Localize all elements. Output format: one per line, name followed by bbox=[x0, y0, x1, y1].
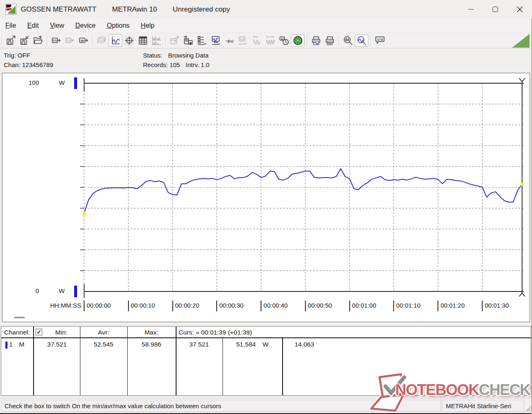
read-memory-icon: M bbox=[79, 36, 89, 46]
time-settings-button[interactable]: 12 bbox=[277, 34, 291, 47]
table-divider bbox=[33, 327, 34, 395]
channel-number: 1 bbox=[9, 341, 13, 348]
view-curve-button[interactable] bbox=[109, 34, 122, 47]
open-folder-icon bbox=[33, 36, 43, 46]
y-axis-max-label: 100 bbox=[20, 79, 39, 86]
maximize-button[interactable] bbox=[483, 0, 508, 19]
menu-item-help[interactable]: Help bbox=[137, 20, 158, 31]
menu-bar: FileEditViewDeviceOptionsHelp bbox=[0, 19, 532, 33]
channel-list: Chan: 123456789 bbox=[4, 61, 53, 68]
values-table: Channel: Min: Avr: Max: Curs: » 00:01:39… bbox=[1, 326, 531, 396]
channel-settings-icon bbox=[197, 36, 207, 46]
menu-item-file[interactable]: File bbox=[2, 20, 20, 31]
toolbar-separator bbox=[339, 35, 339, 46]
interval-value: Intrv. 1.0 bbox=[186, 61, 209, 68]
toolbar-grip bbox=[2, 35, 2, 46]
resize-grip[interactable] bbox=[525, 405, 531, 412]
print-preview-button[interactable] bbox=[309, 34, 323, 47]
zoom-full-icon bbox=[343, 36, 353, 46]
annotation-icon: 1?3 bbox=[375, 36, 385, 46]
minimize-button[interactable] bbox=[459, 0, 483, 19]
display-1257-icon: 1257 bbox=[97, 36, 107, 46]
table-divider bbox=[176, 327, 177, 395]
header-avr: Avr: bbox=[80, 329, 127, 336]
close-icon bbox=[517, 6, 523, 12]
save-file-button[interactable] bbox=[17, 34, 31, 47]
menu-item-options[interactable]: Options bbox=[103, 20, 133, 31]
cursor2-marker bbox=[521, 183, 523, 186]
read-321-button[interactable]: 321 bbox=[49, 34, 63, 47]
header-cursor: Curs: » 00:01:39 (+01:39) bbox=[179, 329, 252, 336]
table-divider bbox=[127, 327, 128, 395]
formula-fx-icon: =f(x) bbox=[225, 36, 235, 46]
x-tick-label: 00:01:00 bbox=[349, 301, 376, 311]
app-logo-icon bbox=[5, 4, 17, 15]
device-name: METRAHit Starline-Seri bbox=[443, 400, 524, 412]
write-321-icon: 321 bbox=[65, 36, 75, 46]
annotation-button[interactable]: 1?3 bbox=[373, 34, 387, 47]
print-preview-icon bbox=[311, 36, 321, 46]
measurement-info: Trig: OFF Chan: 123456789 Status:Browsin… bbox=[0, 48, 532, 73]
cursor-handle-top[interactable] bbox=[519, 78, 525, 83]
status-value: Browsing Data bbox=[168, 52, 209, 59]
view-histogram-icon bbox=[152, 36, 162, 46]
channel-settings-button[interactable] bbox=[195, 34, 209, 47]
view-table-button[interactable] bbox=[136, 34, 150, 47]
load-file-icon bbox=[6, 36, 16, 46]
svg-text:=f(x): =f(x) bbox=[225, 39, 233, 43]
device-settings-button: 321 bbox=[236, 34, 250, 47]
chart-plot bbox=[2, 73, 530, 322]
header-channel: Channel: bbox=[4, 329, 30, 336]
record-to-disk-button[interactable] bbox=[181, 34, 195, 47]
view-xy-button[interactable] bbox=[122, 34, 136, 47]
channel-flag: M bbox=[19, 341, 24, 348]
power-trace bbox=[84, 168, 522, 213]
window-app-name: METRAwin 10 bbox=[112, 5, 157, 14]
minimize-icon bbox=[468, 9, 474, 10]
formula-fx-button[interactable]: =f(x) bbox=[222, 34, 236, 47]
cursor2-value: 51.584 bbox=[236, 341, 256, 348]
time-settings-icon: 12 bbox=[279, 36, 289, 46]
print-button[interactable] bbox=[323, 34, 336, 47]
license-status: Unregistered copy bbox=[173, 5, 230, 14]
wave-compress-icon bbox=[252, 36, 262, 46]
open-folder-button[interactable] bbox=[31, 34, 45, 47]
cursor-handle-bottom[interactable] bbox=[519, 291, 525, 296]
toolbar-separator bbox=[307, 35, 307, 46]
menu-item-view[interactable]: View bbox=[46, 20, 68, 31]
read-memory-button[interactable]: M bbox=[77, 34, 90, 47]
resize-corner-triangle[interactable] bbox=[512, 34, 530, 48]
wave-compress-button bbox=[250, 34, 264, 47]
x-tick-label: 00:00:50 bbox=[305, 301, 332, 311]
window-brand: GOSSEN METRAWATT bbox=[21, 5, 97, 14]
chart-scrollbar-thumb[interactable] bbox=[14, 317, 25, 318]
min-value: 37.521 bbox=[34, 341, 80, 348]
zoom-full-button[interactable] bbox=[341, 34, 355, 47]
x-tick-label: 00:01:20 bbox=[438, 301, 464, 311]
svg-text:1?3: 1?3 bbox=[377, 38, 383, 41]
toolbar-separator bbox=[370, 35, 371, 46]
display-settings-button[interactable] bbox=[209, 34, 222, 47]
x-tick-label: 00:00:30 bbox=[216, 301, 243, 311]
y-axis-unit-top: W bbox=[59, 79, 65, 86]
zoom-select-button[interactable] bbox=[355, 34, 368, 47]
display-settings-icon bbox=[211, 36, 221, 46]
window-controls bbox=[459, 0, 532, 19]
cursor2-unit: W bbox=[262, 341, 268, 348]
maximize-icon bbox=[493, 7, 498, 12]
cursor1-marker bbox=[83, 212, 85, 215]
menu-item-device[interactable]: Device bbox=[72, 20, 99, 31]
print-icon bbox=[325, 36, 335, 46]
table-divider bbox=[80, 327, 80, 395]
export-picture-icon bbox=[170, 36, 180, 46]
toolbar-separator bbox=[165, 35, 166, 46]
close-button[interactable] bbox=[508, 0, 532, 19]
target-live-button[interactable] bbox=[291, 34, 305, 47]
zoom-select-icon bbox=[357, 36, 367, 46]
save-file-icon bbox=[19, 36, 29, 46]
view-xy-icon bbox=[124, 36, 134, 46]
minmax-checkbox[interactable] bbox=[36, 329, 42, 335]
load-file-button[interactable] bbox=[4, 34, 17, 47]
chart-frame bbox=[84, 78, 524, 298]
menu-item-edit[interactable]: Edit bbox=[24, 20, 43, 31]
